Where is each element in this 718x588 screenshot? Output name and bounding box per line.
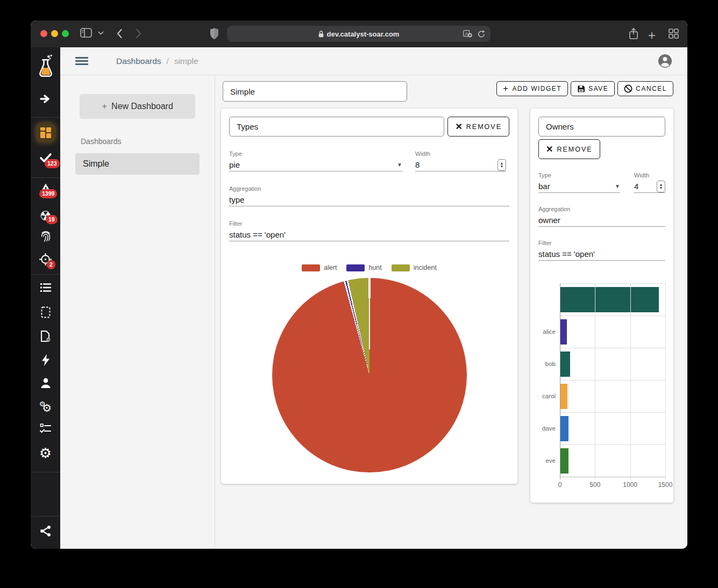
lock-icon (318, 31, 324, 38)
width-field[interactable]: Width 4 ▲▼ (634, 172, 665, 193)
fingerprint-icon[interactable] (31, 230, 60, 243)
account-avatar[interactable] (658, 54, 672, 68)
gridline (595, 283, 595, 479)
new-dashboard-button[interactable]: + New Dashboard (80, 94, 195, 119)
zoom-window-button[interactable] (62, 30, 69, 37)
gridline (630, 283, 631, 479)
save-button[interactable]: SAVE (571, 81, 615, 96)
gridline (560, 283, 560, 479)
x-icon: ✕ (455, 121, 462, 132)
save-icon (577, 85, 585, 93)
reload-icon[interactable] (478, 30, 485, 38)
gridline (665, 283, 666, 479)
hunts-badge: 2 (47, 260, 55, 269)
share-icon[interactable] (629, 27, 638, 40)
x-tick-label: 1500 (658, 481, 673, 489)
list-icon[interactable] (31, 283, 60, 292)
bar-category-label: alice (543, 328, 556, 335)
close-window-button[interactable] (40, 30, 47, 37)
number-stepper[interactable]: ▲▼ (497, 159, 506, 171)
dashboards-icon[interactable] (31, 124, 60, 142)
add-widget-button[interactable]: + ADD WIDGET (496, 81, 568, 96)
type-select[interactable]: Type bar▼ (538, 172, 620, 193)
bar (560, 384, 567, 409)
forward-icon[interactable] (136, 28, 141, 39)
dashed-file-icon[interactable] (31, 306, 60, 318)
legend-swatch (346, 264, 365, 271)
dashboards-panel: + New Dashboard Dashboards Simple (60, 75, 215, 549)
legend-label: alert (324, 264, 337, 271)
automation-gears-icon[interactable]: ⚙⚙ (31, 400, 60, 413)
file-gear-icon[interactable]: ⚙ (31, 330, 60, 342)
bar-row (560, 412, 665, 444)
checklist-icon[interactable] (31, 424, 60, 434)
number-stepper[interactable]: ▲▼ (657, 181, 665, 192)
widget-name-input[interactable] (229, 117, 444, 137)
filter-field[interactable]: Filter status == 'open' (229, 220, 509, 241)
chevron-down-icon: ▼ (397, 162, 402, 168)
lightning-icon[interactable] (31, 354, 60, 367)
menu-icon[interactable] (75, 55, 88, 67)
width-field[interactable]: Width 8 ▲▼ (415, 150, 506, 171)
sidebar-item-simple[interactable]: Simple (75, 153, 200, 175)
bar-xaxis: 050010001500 (560, 477, 665, 491)
svg-text:★: ★ (468, 33, 472, 38)
aggregation-field[interactable]: Aggregation type (229, 185, 509, 206)
dashboard-editor: + ADD WIDGET SAVE CANCEL (215, 75, 687, 549)
new-tab-icon[interactable]: + (648, 28, 656, 43)
browser-window: dev.catalyst-soar.com A★ + (31, 20, 687, 549)
cancel-button[interactable]: CANCEL (617, 81, 673, 96)
arrow-right-icon[interactable] (31, 95, 60, 103)
bar (560, 352, 570, 377)
bar-ylabels: alicebobcaroldaveeve (538, 283, 560, 477)
x-tick-label: 500 (589, 481, 600, 489)
translate-icon[interactable]: A★ (463, 30, 472, 38)
settings-gear-icon[interactable]: ⚙ (31, 446, 60, 460)
user-icon[interactable] (31, 377, 60, 389)
aggregation-field[interactable]: Aggregation owner (538, 206, 665, 227)
x-tick-label: 1000 (623, 481, 637, 489)
bar (560, 448, 568, 474)
legend-item[interactable]: hunt (346, 264, 381, 271)
tab-overview-icon[interactable] (669, 28, 679, 39)
new-dashboard-label: New Dashboard (111, 102, 173, 111)
widget-card-owners: ✕ REMOVE Type bar▼ Width 4 ▲▼ (530, 109, 673, 503)
chevron-down-icon[interactable] (98, 31, 104, 35)
plus-icon: + (102, 101, 107, 112)
filter-field[interactable]: Filter status == 'open' (538, 240, 665, 261)
widget-name-input[interactable] (538, 117, 665, 137)
chevron-down-icon: ▼ (615, 183, 620, 189)
bar-row (560, 380, 665, 412)
sidebar-toggle-icon[interactable] (80, 28, 92, 38)
shield-icon[interactable] (210, 27, 219, 40)
bar-category-label: dave (542, 425, 556, 432)
minimize-window-button[interactable] (51, 30, 58, 37)
bar-category-label: eve (545, 457, 556, 464)
breadcrumb: Dashboards / simple (116, 56, 198, 66)
legend-item[interactable]: incident (392, 264, 437, 271)
svg-text:⚙: ⚙ (46, 336, 51, 342)
dashboard-title-input[interactable] (223, 81, 407, 102)
hunts-crosshair-icon[interactable] (31, 253, 60, 266)
bar-chart: alicebobcaroldaveeve (538, 283, 665, 477)
widget-card-types: ✕ REMOVE Type pie▼ Width 8 (221, 109, 517, 484)
bar-row (560, 283, 665, 315)
back-icon[interactable] (117, 28, 123, 39)
bar-row (560, 348, 665, 380)
x-icon: ✕ (546, 144, 553, 154)
share-nodes-icon[interactable] (31, 525, 60, 537)
address-bar[interactable]: dev.catalyst-soar.com A★ (227, 26, 490, 42)
tasks-badge: 123 (45, 159, 60, 168)
flask-logo[interactable] (31, 54, 60, 78)
bar-row (560, 315, 665, 348)
breadcrumb-dashboards[interactable]: Dashboards (116, 56, 161, 66)
incidents-badge: 19 (46, 215, 58, 224)
type-select[interactable]: Type pie▼ (229, 150, 402, 171)
remove-widget-button[interactable]: ✕ REMOVE (447, 117, 509, 137)
bar-category-label: bob (545, 361, 556, 367)
legend-item[interactable]: alert (302, 264, 337, 271)
remove-widget-button[interactable]: ✕ REMOVE (538, 139, 600, 159)
legend-label: hunt (368, 264, 381, 271)
alerts-badge: 1399 (39, 189, 57, 198)
app-sidebar: 123 1399 ☢ 19 2 ⚙ (31, 47, 60, 549)
